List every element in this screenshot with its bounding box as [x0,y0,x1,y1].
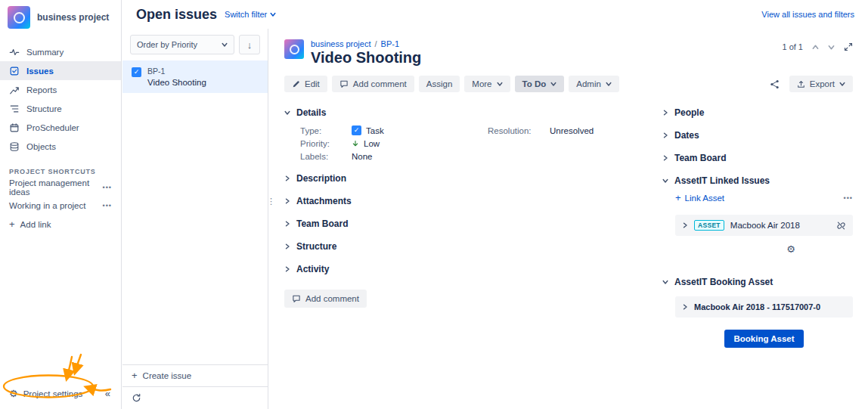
breadcrumb-separator: / [375,39,377,48]
project-name: business project [37,12,109,23]
linked-asset-row[interactable]: ASSET Macbook Air 2018 [675,215,853,236]
chevron-down-icon[interactable] [828,44,835,51]
more-icon[interactable]: ••• [103,202,112,209]
add-comment-footer-button[interactable]: Add comment [284,290,367,308]
comment-icon [339,79,349,88]
sidebar-item-summary[interactable]: Summary [0,42,121,61]
add-link-button[interactable]: + Add link [0,215,121,234]
sidebar-item-label: Reports [26,85,57,95]
pager-count: 1 of 1 [782,42,803,51]
issue-detail-panel: ⋮ business project / BP-1 Video Shooting… [269,29,868,409]
section-assetit-linked-issues[interactable]: AssetIT Linked Issues [662,169,853,192]
more-icon[interactable]: ••• [103,184,112,191]
section-activity[interactable]: Activity [284,258,643,280]
create-issue-label: Create issue [143,371,192,380]
add-comment-label: Add comment [353,79,407,88]
expand-icon[interactable] [844,42,853,51]
section-details[interactable]: Details [284,101,643,124]
issue-pager: 1 of 1 [782,39,853,51]
panel-settings-gear-icon[interactable]: ⚙ [786,245,795,254]
issue-list-spacer [122,93,268,364]
project-header[interactable]: business project [0,0,121,35]
issue-main-column: Details Type: ✓ Task Resolution: Unresol… [284,101,643,348]
section-assetit-booking-asset[interactable]: AssetIT Booking Asset [662,271,853,293]
more-label: More [472,79,491,88]
project-shortcuts-header: PROJECT SHORTCUTS [9,168,112,175]
shortcut-working-in-a-project[interactable]: Working in a project ••• [0,197,121,215]
chevron-right-icon [662,155,668,161]
create-issue-button[interactable]: + Create issue [122,364,268,386]
sidebar-item-proscheduler[interactable]: ProScheduler [0,118,121,137]
sidebar-item-structure[interactable]: Structure [0,99,121,118]
summary-icon [9,47,20,57]
breadcrumb-project-link[interactable]: business project [311,39,371,48]
order-row: Order by Priority ↓ [122,29,268,60]
chevron-right-icon[interactable] [682,222,688,228]
sidebar-item-objects[interactable]: Objects [0,137,121,156]
priority-value-text: Low [364,139,380,148]
add-link-label: Add link [20,220,51,229]
booking-asset-row[interactable]: Macbook Air 2018 - 117517007-0 [675,296,853,318]
chevron-down-icon [497,81,503,87]
order-by-select[interactable]: Order by Priority [130,35,234,54]
status-button[interactable]: To Do [515,76,565,92]
edit-label: Edit [305,79,320,88]
section-structure[interactable]: Structure [284,235,643,258]
panel-resize-handle[interactable]: ⋮ [269,197,275,206]
priority-label: Priority: [300,139,352,148]
more-menu-button[interactable]: More [464,76,510,92]
export-button[interactable]: Export [789,76,853,92]
share-button[interactable] [766,76,783,92]
share-icon [770,79,780,89]
booking-asset-button[interactable]: Booking Asset [724,330,803,348]
unlink-asset-icon[interactable] [836,221,846,231]
linked-asset-name[interactable]: Macbook Air 2018 [730,221,800,230]
issue-key: BP-1 [147,67,206,76]
chevron-up-icon[interactable] [812,44,819,51]
priority-low-icon [352,140,359,147]
section-dates[interactable]: Dates [662,124,853,147]
assign-button[interactable]: Assign [419,76,460,92]
switch-filter-link[interactable]: Switch filter [225,10,276,19]
linked-panel-more-icon[interactable]: ••• [844,194,853,202]
section-people[interactable]: People [662,101,853,124]
chevron-right-icon[interactable] [682,304,688,310]
add-comment-footer-label: Add comment [305,294,359,303]
checkmark-icon: ✓ [134,68,140,76]
jira-project-screen: business project Summary Issues Reports … [0,0,868,409]
breadcrumb-issue-key-link[interactable]: BP-1 [381,39,399,48]
section-team-board-side[interactable]: Team Board [662,147,853,169]
issue-body: Details Type: ✓ Task Resolution: Unresol… [284,101,853,348]
section-label: AssetIT Booking Asset [674,277,773,287]
edit-button[interactable]: Edit [284,76,327,92]
chevron-down-icon [662,178,668,184]
issue-list-item[interactable]: ✓ BP-1 Video Shooting [122,60,268,93]
section-description[interactable]: Description [284,167,643,190]
issue-checkbox[interactable]: ✓ [132,67,141,77]
export-label: Export [810,79,835,88]
sidebar-item-reports[interactable]: Reports [0,80,121,99]
booking-button-row: Booking Asset [662,330,853,348]
view-all-issues-link[interactable]: View all issues and filters [761,10,854,19]
shortcut-project-management-ideas[interactable]: Project management ideas ••• [0,178,121,197]
section-team-board[interactable]: Team Board [284,212,643,235]
type-value-text: Task [366,126,384,135]
breadcrumb: business project / BP-1 [311,39,421,48]
refresh-icon[interactable] [132,393,141,403]
add-comment-button[interactable]: Add comment [332,76,414,92]
sort-direction-button[interactable]: ↓ [239,35,260,54]
admin-label: Admin [576,79,601,88]
link-asset-button[interactable]: + Link Asset [675,194,724,203]
section-label: Details [296,107,326,118]
section-attachments[interactable]: Attachments [284,190,643,212]
sidebar-item-issues[interactable]: Issues [0,61,121,80]
chevron-right-icon [284,266,290,272]
project-settings-button[interactable]: Project settings [23,389,83,398]
switch-filter-label: Switch filter [225,10,267,19]
collapse-sidebar-icon[interactable]: « [105,388,110,399]
order-by-value: Order by Priority [137,40,219,49]
filter-header: Open issues Switch filter View all issue… [122,0,868,29]
section-label: People [674,107,704,118]
chevron-down-icon [839,81,845,87]
admin-menu-button[interactable]: Admin [569,76,619,92]
